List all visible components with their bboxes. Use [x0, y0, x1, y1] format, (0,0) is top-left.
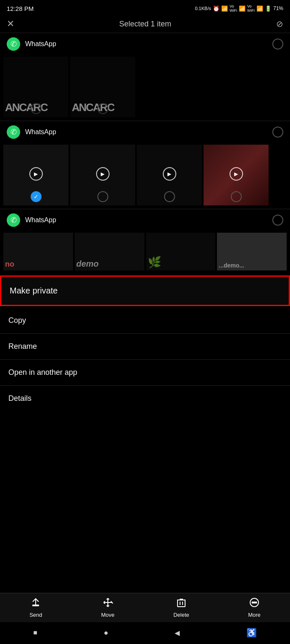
send-icon — [31, 597, 41, 610]
toolbar-title: Selected 1 item — [119, 20, 171, 29]
copy-button[interactable]: Copy — [0, 308, 290, 334]
toolbar: ✕ Selected 1 item ⊘ — [0, 15, 290, 33]
delete-button[interactable]: Delete — [173, 597, 189, 618]
video-thumb-2[interactable]: ▶ — [70, 145, 135, 205]
play-icon-2: ▶ — [96, 167, 110, 180]
thumb-checkbox-v3[interactable] — [164, 191, 175, 202]
send-label: Send — [29, 612, 42, 618]
move-icon — [103, 597, 113, 610]
select-all-button[interactable]: ⊘ — [276, 19, 283, 29]
battery-percent: 71% — [273, 5, 283, 11]
more-button[interactable]: More — [248, 597, 261, 618]
play-icon-4: ▶ — [230, 167, 243, 180]
open-in-another-app-button[interactable]: Open in another app — [0, 360, 290, 386]
demo-thumb-1[interactable]: no — [3, 233, 73, 270]
whatsapp-icon-3: ✆ — [7, 213, 20, 227]
details-button[interactable]: Details — [0, 386, 290, 411]
thumb-checkbox-v1[interactable] — [31, 191, 42, 202]
demo-thumb-3[interactable]: 🌿 — [146, 233, 216, 270]
section-header-3: ✆ WhatsApp — [0, 209, 290, 231]
recent-button[interactable]: ● — [104, 628, 108, 637]
play-icon-3: ▶ — [163, 167, 176, 180]
wifi-icon: 📶 — [256, 5, 263, 12]
vowifi-label2: VoWiFi — [247, 4, 255, 13]
demo-thumb-4[interactable]: ...demo... — [217, 233, 287, 270]
media-thumb-text-2[interactable]: ANCARC — [70, 57, 135, 117]
video-thumb-4[interactable]: ▶ — [204, 145, 269, 205]
rename-button[interactable]: Rename — [0, 334, 290, 360]
section-label-1: WhatsApp — [25, 40, 56, 48]
svg-point-6 — [253, 602, 255, 603]
section-checkbox-1[interactable] — [272, 39, 283, 49]
section-label-2: WhatsApp — [25, 128, 56, 136]
thumb-checkbox-v2[interactable] — [97, 191, 108, 202]
thumb-checkbox-v4[interactable] — [231, 191, 242, 202]
whatsapp-icon-2: ✆ — [7, 125, 20, 139]
context-menu: Make private Copy Rename Open in another… — [0, 275, 290, 411]
section-label-3: WhatsApp — [25, 216, 56, 224]
svg-rect-0 — [32, 605, 39, 606]
status-time: 12:28 PM — [7, 5, 34, 12]
section-header-1: ✆ WhatsApp — [0, 33, 290, 55]
demo-text-1: no — [5, 260, 14, 269]
section-checkbox-2[interactable] — [272, 127, 283, 138]
section-header-2: ✆ WhatsApp — [0, 121, 290, 143]
section-checkbox-3[interactable] — [272, 215, 283, 226]
more-label: More — [248, 612, 261, 618]
thumb-checkbox-1[interactable] — [31, 103, 42, 114]
home-button[interactable]: ■ — [33, 629, 37, 636]
signal-icon1: 📶 — [221, 5, 228, 12]
whatsapp-icon-1: ✆ — [7, 37, 20, 51]
status-icons: 0.1KB/s ⏰ 📶 VoWiFi 📶 VoWiFi 📶 🔋 71% — [195, 4, 283, 13]
demo-thumb-2[interactable]: demo — [75, 233, 144, 270]
media-grid-1: ANCARC ANCARC — [0, 55, 290, 121]
data-speed: 0.1KB/s — [195, 6, 211, 11]
signal-icon2: 📶 — [239, 5, 246, 12]
thumb-checkbox-2[interactable] — [97, 103, 108, 114]
media-grid-3: no demo 🌿 ...demo... — [0, 231, 290, 274]
svg-point-7 — [255, 602, 256, 603]
demo-text-4: ...demo... — [219, 262, 244, 269]
media-grid-2: ▶ ▶ ▶ ▶ — [0, 143, 290, 209]
make-private-button[interactable]: Make private — [1, 277, 289, 305]
video-thumb-3[interactable]: ▶ — [137, 145, 202, 205]
close-button[interactable]: ✕ — [7, 18, 14, 29]
battery-icon: 🔋 — [265, 5, 272, 12]
accessibility-button[interactable]: ♿ — [246, 628, 257, 638]
system-nav-bar: ■ ● ◀ ♿ — [0, 622, 290, 644]
status-bar: 12:28 PM 0.1KB/s ⏰ 📶 VoWiFi 📶 VoWiFi 📶 🔋… — [0, 0, 290, 15]
demo-text-2: demo — [76, 259, 99, 269]
more-icon — [249, 597, 259, 610]
make-private-container: Make private — [0, 275, 290, 306]
demo-text-3: 🌿 — [148, 256, 161, 269]
move-label: Move — [101, 612, 115, 618]
svg-point-5 — [252, 602, 253, 603]
alarm-icon: ⏰ — [213, 5, 219, 12]
vowifi-label1: VoWiFi — [230, 4, 237, 13]
delete-label: Delete — [173, 612, 189, 618]
play-icon-1: ▶ — [29, 167, 43, 180]
delete-icon — [177, 597, 186, 610]
bottom-action-bar: Send Move Delete — [0, 593, 290, 622]
move-button[interactable]: Move — [101, 597, 115, 618]
video-thumb-1[interactable]: ▶ — [3, 145, 68, 205]
back-button[interactable]: ◀ — [175, 629, 180, 637]
media-thumb-text-1[interactable]: ANCARC — [3, 57, 68, 117]
send-button[interactable]: Send — [29, 597, 42, 618]
svg-rect-1 — [178, 600, 185, 607]
